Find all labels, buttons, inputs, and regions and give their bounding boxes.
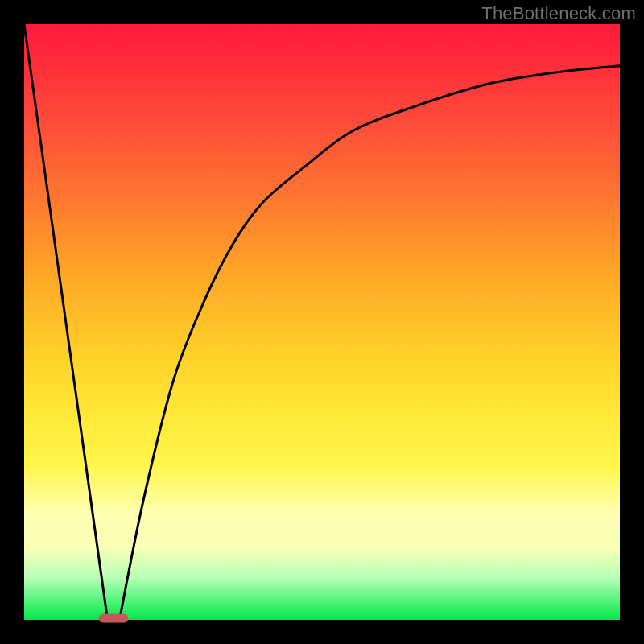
bottleneck-marker xyxy=(99,614,129,623)
chart-svg xyxy=(24,24,620,620)
chart-frame: TheBottleneck.com xyxy=(0,0,644,644)
watermark-text: TheBottleneck.com xyxy=(481,3,636,24)
curve-right xyxy=(119,66,620,620)
curve-left xyxy=(24,24,108,620)
plot-area xyxy=(24,24,620,620)
